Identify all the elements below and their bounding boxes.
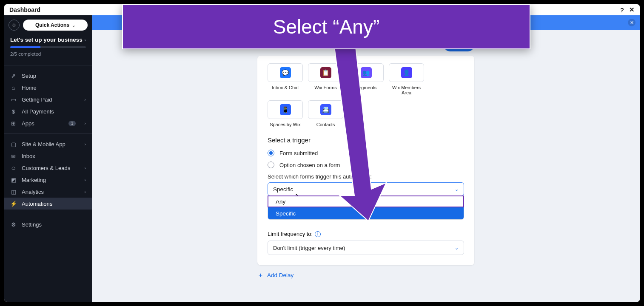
sidebar-item-label: Home bbox=[22, 85, 86, 91]
people-icon: ☺ bbox=[10, 165, 17, 171]
sidebar-item-customers[interactable]: ☺ Customers & Leads › bbox=[4, 162, 92, 174]
chevron-right-icon: › bbox=[84, 189, 86, 194]
apps-badge: 1 bbox=[68, 121, 76, 126]
tile-spaces[interactable]: 📱 Spaces by Wix bbox=[268, 100, 303, 127]
chevron-down-icon: ⌄ bbox=[455, 245, 459, 251]
tile-members-area[interactable]: 👤 Wix Members Area bbox=[389, 63, 424, 95]
tile-wix-forms[interactable]: 📋 Wix Forms bbox=[308, 63, 343, 95]
chart-icon: ◫ bbox=[10, 189, 17, 195]
tile-segments[interactable]: 👥 Segments bbox=[348, 63, 384, 95]
chat-icon: 💬 bbox=[280, 67, 291, 78]
radio-unchecked-icon[interactable] bbox=[268, 162, 274, 168]
chevron-right-icon: › bbox=[84, 37, 86, 42]
sidebar-item-label: Customers & Leads bbox=[22, 165, 79, 171]
sidebar-item-apps[interactable]: ⊞ Apps 1 › bbox=[4, 117, 92, 129]
main-area: ✕ ← Back Save 💬 Inbox & Chat 📋 bbox=[92, 15, 640, 302]
chevron-right-icon: › bbox=[84, 177, 86, 182]
user-frame-icon: 👤 bbox=[401, 67, 412, 78]
chevron-right-icon: › bbox=[84, 121, 86, 126]
setup-business-label: Let's set up your business bbox=[10, 37, 83, 43]
tile-label: Inbox & Chat bbox=[272, 85, 299, 90]
megaphone-icon: ◩ bbox=[10, 177, 17, 183]
select-trigger-heading: Select a trigger bbox=[268, 136, 464, 144]
radio-label: Form submitted bbox=[279, 150, 318, 156]
sidebar-item-label: Apps bbox=[22, 120, 63, 127]
rocket-icon: ⇗ bbox=[10, 73, 17, 79]
home-icon: ⌂ bbox=[10, 85, 17, 91]
sidebar-item-inbox[interactable]: ✉ Inbox bbox=[4, 150, 92, 162]
card-icon: ▭ bbox=[10, 96, 17, 103]
radio-label: Option chosen on a form bbox=[279, 162, 340, 168]
sidebar-item-label: All Payments bbox=[22, 108, 86, 115]
help-icon[interactable]: ? bbox=[620, 6, 624, 14]
sidebar-item-label: Site & Mobile App bbox=[22, 141, 79, 147]
sidebar-item-all-payments[interactable]: $ All Payments bbox=[4, 105, 92, 117]
sidebar-item-site-mobile[interactable]: ▢ Site & Mobile App › bbox=[4, 138, 92, 150]
radio-form-submitted[interactable]: Form submitted bbox=[268, 150, 464, 156]
limit-select-value: Don't limit (trigger every time) bbox=[273, 245, 345, 251]
star-badge-icon[interactable]: ☆ bbox=[9, 20, 20, 31]
radio-option-chosen[interactable]: Option chosen on a form bbox=[268, 162, 464, 168]
bolt-icon: ⚡ bbox=[10, 201, 17, 207]
sidebar-item-home[interactable]: ⌂ Home bbox=[4, 82, 92, 94]
tutorial-callout: Select “Any” bbox=[122, 4, 530, 49]
dollar-icon: $ bbox=[10, 108, 17, 115]
tile-inbox-chat[interactable]: 💬 Inbox & Chat bbox=[268, 63, 303, 95]
chevron-right-icon: › bbox=[84, 97, 86, 102]
sidebar-item-settings[interactable]: ⚙ Settings bbox=[4, 218, 92, 230]
sidebar-item-label: Marketing bbox=[22, 177, 79, 183]
window-title: Dashboard bbox=[9, 6, 40, 13]
sidebar-item-label: Analytics bbox=[22, 189, 79, 195]
chevron-down-icon: ⌄ bbox=[455, 187, 459, 192]
users-icon: 👥 bbox=[361, 67, 372, 78]
contact-icon: 📇 bbox=[320, 104, 331, 115]
trigger-card: 💬 Inbox & Chat 📋 Wix Forms 👥 Segments 👤 … bbox=[257, 56, 474, 265]
gear-icon: ⚙ bbox=[10, 221, 17, 228]
select-forms-label: Select which forms trigger this automati… bbox=[268, 173, 464, 180]
sidebar-item-label: Inbox bbox=[22, 153, 86, 159]
sidebar-item-label: Settings bbox=[22, 221, 86, 228]
plus-icon: ＋ bbox=[257, 271, 264, 279]
phone-icon: 📱 bbox=[280, 104, 291, 115]
quick-actions-label: Quick Actions bbox=[35, 22, 69, 28]
forms-select[interactable]: Specific ↖ ⌄ bbox=[268, 182, 464, 196]
chevron-down-icon: ⌄ bbox=[72, 23, 75, 28]
progress-completed-text: 2/5 completed bbox=[10, 51, 86, 57]
dropdown-option-specific[interactable]: Specific bbox=[268, 207, 464, 219]
info-icon[interactable]: i bbox=[315, 231, 321, 237]
add-delay-button[interactable]: ＋ Add Delay bbox=[257, 271, 474, 279]
close-icon[interactable]: ✕ bbox=[629, 6, 635, 14]
banner-close-button[interactable]: ✕ bbox=[628, 19, 635, 26]
tile-contacts[interactable]: 📇 Contacts bbox=[308, 100, 343, 127]
sidebar-item-getting-paid[interactable]: ▭ Getting Paid › bbox=[4, 94, 92, 105]
sidebar-item-analytics[interactable]: ◫ Analytics › bbox=[4, 186, 92, 198]
callout-text: Select “Any” bbox=[273, 15, 380, 38]
inbox-icon: ✉ bbox=[10, 153, 17, 159]
chevron-right-icon: › bbox=[84, 165, 86, 170]
chevron-right-icon: › bbox=[84, 142, 86, 147]
sidebar-item-label: Automations bbox=[22, 201, 86, 207]
tile-label: Segments bbox=[356, 85, 377, 90]
sidebar-item-marketing[interactable]: ◩ Marketing › bbox=[4, 174, 92, 186]
radio-checked-icon[interactable] bbox=[268, 150, 274, 156]
tile-label: Contacts bbox=[316, 122, 335, 127]
add-delay-label: Add Delay bbox=[267, 272, 294, 278]
dropdown-option-any[interactable]: Any bbox=[268, 196, 464, 207]
limit-frequency-select[interactable]: Don't limit (trigger every time) ⌄ bbox=[268, 241, 464, 255]
select-value: Specific bbox=[273, 186, 293, 193]
limit-frequency-label: Limit frequency to: bbox=[268, 231, 313, 237]
sidebar-item-label: Setup bbox=[22, 73, 86, 79]
site-icon: ▢ bbox=[10, 141, 17, 147]
setup-business-row[interactable]: Let's set up your business › bbox=[10, 37, 86, 43]
progress-bar bbox=[10, 46, 86, 48]
tile-label: Wix Forms bbox=[314, 85, 337, 90]
clipboard-icon: 📋 bbox=[320, 67, 331, 78]
sidebar-item-automations[interactable]: ⚡ Automations bbox=[4, 198, 92, 210]
forms-dropdown: Any Specific bbox=[268, 196, 464, 220]
quick-actions-button[interactable]: Quick Actions ⌄ bbox=[23, 20, 88, 31]
tile-label: Spaces by Wix bbox=[270, 122, 301, 127]
apps-icon: ⊞ bbox=[10, 120, 17, 127]
sidebar-item-label: Getting Paid bbox=[22, 96, 79, 103]
sidebar-item-setup[interactable]: ⇗ Setup bbox=[4, 70, 92, 82]
sidebar: ‹ ☆ Quick Actions ⌄ Let's set up your bu… bbox=[4, 15, 92, 302]
